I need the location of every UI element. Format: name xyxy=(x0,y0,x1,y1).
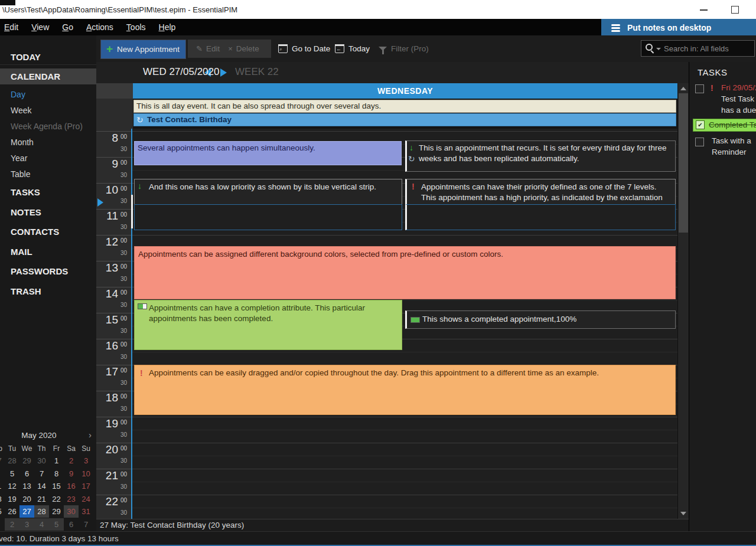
sidebar-view-month[interactable]: Month xyxy=(0,135,96,150)
mini-day-cell[interactable]: 27 xyxy=(19,505,34,518)
mini-day-cell[interactable]: 4 xyxy=(0,467,5,480)
task-title-line[interactable]: has a due date xyxy=(721,106,756,115)
mini-day-cell[interactable]: 3 xyxy=(79,455,93,467)
mini-day-cell[interactable]: 27 xyxy=(0,455,5,467)
new-appointment-button[interactable]: + New Appointment xyxy=(100,40,186,59)
scrollbar-thumb[interactable] xyxy=(679,93,688,233)
sidebar-view-week-agenda[interactable]: Week Agenda (Pro) xyxy=(0,119,96,134)
appointment-completed-100[interactable]: This shows a completed appointment,100% xyxy=(405,310,676,329)
mini-day-cell[interactable]: 28 xyxy=(34,505,49,518)
mini-day-cell[interactable]: 1 xyxy=(49,455,64,467)
mini-day-cell[interactable]: 3 xyxy=(19,518,34,531)
search-input[interactable] xyxy=(641,40,755,57)
today-button[interactable]: ← Today xyxy=(335,40,370,58)
task-checkbox[interactable] xyxy=(695,84,704,93)
sidebar-item-tasks[interactable]: TASKS xyxy=(0,184,96,200)
appointment-low-priority[interactable]: ↓ And this one has a low priority as sho… xyxy=(134,179,402,205)
mini-day-cell[interactable]: 2 xyxy=(64,455,79,467)
edit-button[interactable]: Edit xyxy=(206,44,220,53)
filter-button[interactable]: Filter (Pro) xyxy=(379,40,429,58)
mini-day-header: Mo xyxy=(0,443,5,455)
sidebar-item-notes[interactable]: NOTES xyxy=(0,204,96,220)
mini-day-cell[interactable]: 8 xyxy=(49,467,64,480)
mini-day-cell[interactable]: 30 xyxy=(64,505,79,518)
mini-day-cell[interactable]: 2 xyxy=(5,518,19,531)
maximize-button[interactable] xyxy=(722,0,750,19)
day-column-header[interactable]: WEDNESDAY xyxy=(133,83,677,99)
sidebar-item-calendar[interactable]: CALENDAR xyxy=(0,68,96,84)
put-notes-banner[interactable]: Put notes on desktop xyxy=(601,19,756,37)
task-checkbox[interactable] xyxy=(695,138,704,146)
appointment-colors[interactable]: Appointments can be assigned different b… xyxy=(134,246,676,299)
mini-day-cell[interactable]: 25 xyxy=(0,505,5,518)
mini-day-cell[interactable]: 6 xyxy=(19,467,34,480)
menu-view[interactable]: View xyxy=(25,19,56,35)
minimize-button[interactable] xyxy=(690,0,718,19)
mini-calendar-next-icon[interactable]: › xyxy=(89,430,92,440)
mini-day-cell[interactable]: 11 xyxy=(0,480,5,492)
appointment-high-priority-extension[interactable] xyxy=(405,204,676,230)
mini-day-cell[interactable]: 30 xyxy=(34,455,49,467)
sidebar-view-year[interactable]: Year xyxy=(0,151,96,166)
task-title-line[interactable]: Reminder xyxy=(712,148,747,156)
mini-day-cell[interactable]: 18 xyxy=(0,493,5,505)
completed-task-row[interactable]: ✔ Completed Task xyxy=(693,119,756,132)
mini-day-cell[interactable]: 31 xyxy=(79,505,93,518)
task-checkbox-checked[interactable]: ✔ xyxy=(696,120,705,129)
sidebar-view-table[interactable]: Table xyxy=(0,167,96,182)
calendar-scrollbar[interactable] xyxy=(678,83,689,519)
next-day-arrow[interactable] xyxy=(220,68,227,77)
menu-go[interactable]: Go xyxy=(56,19,80,35)
sidebar-item-contacts[interactable]: CONTACTS xyxy=(0,224,96,240)
mini-day-cell[interactable]: 28 xyxy=(5,455,19,467)
sidebar-item-trash[interactable]: TRASH xyxy=(0,283,96,299)
mini-day-cell[interactable]: 10 xyxy=(79,467,93,480)
sidebar-item-today[interactable]: TODAY xyxy=(0,49,96,65)
sidebar-item-passwords[interactable]: PASSWORDS xyxy=(0,263,96,279)
sidebar-view-week[interactable]: Week xyxy=(0,103,96,118)
birthday-allday-event[interactable]: ↻ Test Contact. Birthday xyxy=(133,113,676,126)
appointment-recurring[interactable]: ↓ ↻ This is an appointment that recurs. … xyxy=(405,140,676,172)
go-to-date-button[interactable]: ⌕ Go to Date xyxy=(278,40,330,58)
mini-day-cell[interactable]: 1 xyxy=(0,518,5,531)
mini-day-cell[interactable]: 13 xyxy=(19,480,34,492)
allday-event[interactable]: This is all day event. It can be also sp… xyxy=(133,100,676,113)
mini-day-cell[interactable]: 22 xyxy=(49,493,64,505)
mini-day-cell[interactable]: 6 xyxy=(64,518,79,531)
mini-day-cell[interactable]: 24 xyxy=(79,493,93,505)
appointment-completion[interactable]: Appointments can have a completion attri… xyxy=(134,300,402,350)
menu-actions[interactable]: Actions xyxy=(80,19,120,35)
menu-tools[interactable]: Tools xyxy=(120,19,152,35)
mini-day-cell[interactable]: 29 xyxy=(19,455,34,467)
appointment-simultaneous[interactable]: Several appointments can happen simultan… xyxy=(134,141,402,165)
sidebar-item-mail[interactable]: MAIL xyxy=(0,244,96,260)
appointment-low-priority-extension[interactable] xyxy=(134,204,402,230)
delete-button[interactable]: Delete xyxy=(236,44,259,53)
mini-day-cell[interactable]: 5 xyxy=(49,518,64,531)
menu-edit[interactable]: Edit xyxy=(0,19,25,35)
task-title-line[interactable]: Test Task that xyxy=(721,94,756,103)
mini-day-cell[interactable]: 9 xyxy=(64,467,79,480)
mini-day-cell[interactable]: 26 xyxy=(5,505,19,518)
mini-day-cell[interactable]: 23 xyxy=(64,493,79,505)
appointment-drag[interactable]: ! Appointments can be easily dragged and… xyxy=(134,365,676,415)
mini-day-cell[interactable]: 15 xyxy=(49,480,64,492)
task-title-line[interactable]: Task with a xyxy=(712,136,751,145)
mini-day-cell[interactable]: 4 xyxy=(34,518,49,531)
mini-day-cell[interactable]: 5 xyxy=(5,467,19,480)
mini-day-cell[interactable]: 21 xyxy=(34,493,49,505)
mini-day-cell[interactable]: 14 xyxy=(34,480,49,492)
mini-day-cell[interactable]: 17 xyxy=(79,480,93,492)
sidebar-view-day[interactable]: Day xyxy=(0,87,96,102)
appointment-high-priority[interactable]: ! Appointments can have their priority d… xyxy=(405,179,676,205)
mini-day-cell[interactable]: 20 xyxy=(19,493,34,505)
mini-day-cell[interactable]: 7 xyxy=(34,467,49,480)
menu-help[interactable]: Help xyxy=(152,19,183,35)
mini-day-cell[interactable]: 12 xyxy=(5,480,19,492)
mini-day-cell[interactable]: 16 xyxy=(64,480,79,492)
scroll-up-icon[interactable] xyxy=(680,87,686,90)
mini-day-cell[interactable]: 7 xyxy=(79,518,93,531)
mini-day-cell[interactable]: 29 xyxy=(49,505,64,518)
mini-day-cell[interactable]: 19 xyxy=(5,493,19,505)
scroll-down-icon[interactable] xyxy=(680,512,686,515)
